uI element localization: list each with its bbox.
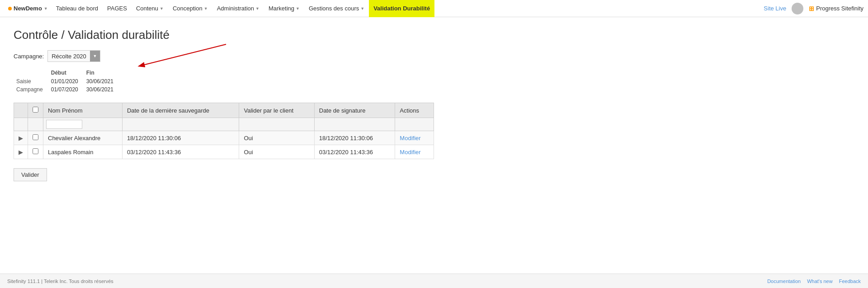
filter-valider-cell [239,118,314,131]
sitefinity-logo: ⊞ Progress Sitefinity [809,5,863,12]
row-2-date-sauvegarde: 03/12/2020 11:43:36 [122,145,239,159]
nav-right: Site Live ⊞ Progress Sitefinity [764,3,863,14]
campagne-select[interactable]: Récolte 2020 ▼ [47,50,100,62]
user-avatar[interactable] [792,3,803,14]
row-2-date-signature: 03/12/2020 11:43:36 [314,145,395,159]
table-row: ▶ Laspales Romain 03/12/2020 11:43:36 Ou… [14,145,434,159]
nav-item-conception[interactable]: Conception ▼ [168,0,212,17]
nav-item-administration[interactable]: Administration ▼ [212,0,264,17]
nav-item-label: Gestions des cours [309,5,359,12]
nav-item-contenu[interactable]: Contenu ▼ [132,0,168,17]
site-live-link[interactable]: Site Live [764,5,786,12]
col-valider-header: Valider par le client [239,103,314,118]
nav-item-label: PAGES [107,5,127,12]
modifier-link-2[interactable]: Modifier [400,149,420,156]
main-content: Contrôle / Validation durabilité Campagn… [0,17,868,274]
nav-item-label: Marketing [269,5,294,12]
dates-label-saisie: Saisie [14,77,48,85]
nav-item-label: Validation Durabilité [373,5,430,12]
row-1-date-sauvegarde: 18/12/2020 11:30:06 [122,131,239,145]
dates-debut-saisie: 01/01/2020 [48,77,84,85]
nav-item-validation[interactable]: Validation Durabilité [369,0,434,17]
nav-item-pages[interactable]: PAGES [103,0,132,17]
nav-arrow-icon: ▼ [204,6,208,11]
row-1-valider: Oui [239,131,314,145]
nav-item-label: Administration [217,5,254,12]
col-checkbox-header [28,103,43,118]
row-2-valider: Oui [239,145,314,159]
brand-arrow-icon: ▼ [44,6,48,11]
page-title: Contrôle / Validation durabilité [14,28,854,42]
row-1-date-signature: 18/12/2020 11:30:06 [314,131,395,145]
nav-arrow-icon: ▼ [160,6,164,11]
dates-col-debut: Début [48,68,84,77]
footer-link-feedback[interactable]: Feedback [839,279,861,284]
col-expander-header [14,103,28,118]
nav-item-label: Contenu [136,5,158,12]
nav-arrow-icon: ▼ [255,6,259,11]
footer: Sitefinity 111.1 | Telerik Inc. Tous dro… [0,274,868,288]
row-2-nom: Laspales Romain [43,145,123,159]
filter-actions-cell [395,118,434,131]
campagne-value: Récolte 2020 [48,53,90,60]
col-date-sauvegarde-header: Date de la dernière sauvegarde [122,103,239,118]
brand-logo[interactable]: NewDemo ▼ [5,5,52,12]
row-checkbox-1[interactable] [28,131,43,145]
valider-button[interactable]: Valider [14,168,47,181]
dates-col-fin: Fin [84,68,119,77]
sitefinity-label: Progress Sitefinity [816,5,863,12]
expander-btn-1[interactable]: ▶ [14,131,28,145]
top-nav: NewDemo ▼ Tableau de bord PAGES Contenu … [0,0,868,17]
dates-label-campagne: Campagne [14,85,48,94]
col-actions-header: Actions [395,103,434,118]
modifier-link-1[interactable]: Modifier [400,135,420,142]
expander-btn-2[interactable]: ▶ [14,145,28,159]
footer-link-documentation[interactable]: Documentation [767,279,801,284]
dates-col-empty [14,68,48,77]
nav-item-label: Conception [173,5,203,12]
nav-item-gestions[interactable]: Gestions des cours ▼ [304,0,369,17]
row-1-actions: Modifier [395,131,434,145]
row-2-checkbox[interactable] [33,148,38,154]
row-2-actions: Modifier [395,145,434,159]
brand-name: NewDemo [14,5,42,12]
nav-item-label: Tableau de bord [56,5,98,12]
dates-fin-saisie: 30/06/2021 [84,77,119,85]
footer-links: Documentation What's new Feedback [767,279,861,284]
filter-checkbox-cell [28,118,43,131]
filter-nom-cell [43,118,123,131]
nav-item-marketing[interactable]: Marketing ▼ [264,0,304,17]
nav-arrow-icon: ▼ [296,6,300,11]
footer-copyright: Sitefinity 111.1 | Telerik Inc. Tous dro… [7,279,113,284]
dates-debut-campagne: 01/07/2020 [48,85,84,94]
campagne-dropdown-btn[interactable]: ▼ [90,51,100,61]
col-nom-header: Nom Prénom [43,103,123,118]
progress-icon: ⊞ [809,5,814,12]
row-1-checkbox[interactable] [33,134,38,140]
campagne-label: Campagne: [14,53,44,60]
filter-date-signature-cell [314,118,395,131]
brand-dot-icon [8,7,12,10]
footer-link-whats-new[interactable]: What's new [807,279,833,284]
filter-date-sauvegarde-cell [122,118,239,131]
dates-fin-campagne: 30/06/2021 [84,85,119,94]
nav-item-tableau[interactable]: Tableau de bord [52,0,103,17]
campagne-row: Campagne: Récolte 2020 ▼ [14,50,854,62]
filter-nom-input[interactable] [46,120,82,129]
row-checkbox-2[interactable] [28,145,43,159]
data-table: Nom Prénom Date de la dernière sauvegard… [14,103,434,159]
dates-row-campagne: Campagne 01/07/2020 30/06/2021 [14,85,119,94]
filter-expander-cell [14,118,28,131]
col-date-signature-header: Date de signature [314,103,395,118]
table-row: ▶ Chevalier Alexandre 18/12/2020 11:30:0… [14,131,434,145]
select-all-checkbox[interactable] [33,107,38,113]
nav-arrow-icon: ▼ [360,6,364,11]
dates-row-saisie: Saisie 01/01/2020 30/06/2021 [14,77,119,85]
row-1-nom: Chevalier Alexandre [43,131,123,145]
filter-row [14,118,434,131]
dates-table: Début Fin Saisie 01/01/2020 30/06/2021 C… [14,68,119,94]
